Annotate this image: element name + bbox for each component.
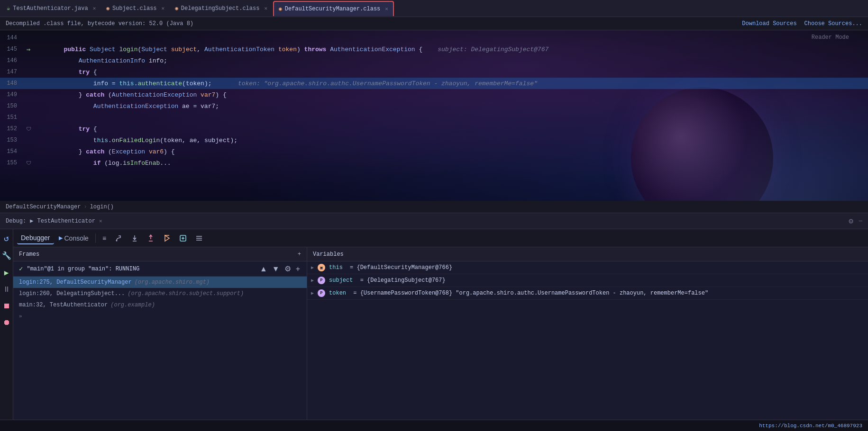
debugger-tab-label: Debugger: [21, 234, 50, 242]
variables-panel-header: Variables: [307, 247, 868, 261]
breadcrumb-bar: DefaultSecurityManager › login(): [0, 201, 868, 213]
line-num-144: 144: [0, 35, 23, 41]
more-frames-indicator: »: [13, 311, 307, 322]
var-badge-subject: P: [318, 277, 325, 284]
frame-method-1: login:260, DelegatingSubject...: [19, 290, 125, 297]
current-line-arrow: ⇒: [27, 45, 30, 54]
debug-label: Debug:: [6, 218, 26, 224]
tab-close-btn[interactable]: ✕: [93, 5, 96, 11]
frame-row-2[interactable]: main:32, TestAuthenticator (org.example): [13, 299, 307, 311]
step-into-icon: [131, 234, 138, 242]
var-name-token: token: [329, 290, 346, 296]
frame-method-0: login:275, DefaultSecurityManager: [19, 279, 132, 286]
breadcrumb-method[interactable]: login(): [90, 204, 114, 210]
tab-subject[interactable]: ◉ Subject.class ✕: [101, 1, 169, 16]
thread-row: ✓ "main"@1 in group "main": RUNNING ▲ ▼ …: [13, 261, 307, 277]
wrench-icon[interactable]: 🔧: [2, 251, 11, 260]
console-tab-label: Console: [64, 234, 89, 242]
frames-controls: +: [298, 251, 301, 258]
choose-sources-btn[interactable]: Choose Sources...: [804, 20, 862, 27]
show-frames-btn[interactable]: ≡: [99, 233, 110, 244]
frame-pkg-0: (org.apache.shiro.mgt): [135, 279, 210, 286]
shield-icon-155: 🛡: [26, 160, 31, 166]
variables-title: Variables: [313, 251, 344, 258]
line-num-151: 151: [0, 114, 23, 121]
record-icon[interactable]: ⏺: [3, 318, 10, 327]
tab-close-active-btn[interactable]: ✕: [385, 6, 388, 12]
svg-point-0: [116, 240, 118, 241]
thread-down-btn[interactable]: ▼: [271, 264, 281, 274]
info-bar-actions: Download Sources Choose Sources...: [742, 20, 862, 27]
var-row-subject: ▶ P subject = {DelegatingSubject@767}: [307, 274, 868, 287]
status-bar: https://blog.csdn.net/m0_46897923: [0, 420, 868, 431]
debug-panel-header: Debug: ▶ TestAuthenticator ✕ ⚙ ─: [0, 213, 868, 229]
breadcrumb-separator: ›: [83, 204, 87, 210]
frame-pkg-1: (org.apache.shiro.subject.support): [128, 290, 244, 297]
evaluate-btn[interactable]: [175, 233, 191, 244]
var-expand-token[interactable]: ▶: [311, 290, 314, 296]
tab-label-active: DefaultSecurityManager.class: [285, 6, 381, 12]
console-tab-btn[interactable]: ▶ Console: [55, 233, 92, 244]
refresh-icon[interactable]: ↺: [4, 233, 9, 243]
thread-check-icon: ✓: [19, 265, 23, 273]
toolbar-divider: [95, 233, 96, 243]
left-icon-panel: ↺ 🔧 ▶ ⏸ ⏹ ⏺: [0, 229, 13, 420]
class-file-icon: ◉: [106, 5, 110, 11]
line-num-147: 147: [0, 69, 23, 75]
thread-filter-toggle-btn[interactable]: ⚙: [283, 263, 292, 274]
step-out-icon: [147, 234, 155, 242]
frames-panel: Frames + ✓ "main"@1 in group "main": RUN…: [13, 247, 307, 420]
var-expand-subject[interactable]: ▶: [311, 278, 314, 283]
tab-test-auth[interactable]: ☕ TestAuthenticator.java ✕: [2, 1, 101, 16]
breadcrumb-class[interactable]: DefaultSecurityManager: [6, 204, 81, 210]
trace-btn[interactable]: [192, 233, 207, 244]
console-icon: ▶: [59, 235, 63, 241]
decompile-info-text: Decompiled .class file, bytecode version…: [6, 20, 193, 27]
var-name-this: this: [329, 264, 343, 271]
code-line-155: 155 🛡 if (log.isInfoEnab...: [0, 157, 868, 169]
status-url: https://blog.csdn.net/m0_46897923: [759, 423, 862, 429]
editor-area: Reader Mode 144 145 ⇒ public Subject log…: [0, 30, 868, 201]
java-file-icon: ☕: [7, 5, 10, 12]
gutter-145: ⇒: [23, 45, 34, 54]
frame-method-2: main:32, TestAuthenticator: [19, 302, 108, 308]
var-expand-this[interactable]: ▶: [311, 265, 314, 270]
frame-row-1[interactable]: login:260, DelegatingSubject... (org.apa…: [13, 288, 307, 299]
step-out-btn[interactable]: [143, 233, 158, 244]
play-icon[interactable]: ▶: [4, 268, 9, 278]
thread-filter-btn[interactable]: +: [298, 251, 301, 258]
debug-session-close-btn[interactable]: ✕: [99, 218, 102, 224]
debugger-tab-btn[interactable]: Debugger: [17, 232, 54, 244]
var-name-subject: subject: [329, 277, 353, 284]
tab-close-btn[interactable]: ✕: [264, 5, 267, 11]
tab-delegating-subject[interactable]: ◉ DelegatingSubject.class ✕: [170, 1, 272, 16]
gutter-155: 🛡: [23, 160, 34, 166]
debug-settings-btn[interactable]: ⚙: [849, 216, 853, 226]
line-num-145: 145: [0, 46, 23, 53]
line-num-150: 150: [0, 103, 23, 109]
frame-row-0[interactable]: login:275, DefaultSecurityManager (org.a…: [13, 277, 307, 288]
run-to-cursor-btn[interactable]: [159, 233, 174, 244]
code-content: 144 145 ⇒ public Subject login(Subject s…: [0, 30, 868, 171]
line-num-146: 146: [0, 57, 23, 64]
variables-panel: Variables ▶ ▣ this = {DefaultSecurityMan…: [307, 247, 868, 420]
line-num-155: 155: [0, 160, 23, 166]
step-into-btn[interactable]: [127, 233, 142, 244]
thread-add-btn[interactable]: +: [295, 264, 301, 274]
debug-content: Debugger ▶ Console ≡: [13, 229, 868, 420]
step-over-icon: [115, 234, 122, 242]
pause-icon[interactable]: ⏸: [3, 285, 10, 294]
tab-label: DelegatingSubject.class: [181, 5, 260, 12]
debug-minimize-btn[interactable]: ─: [859, 218, 862, 224]
debug-session-icon: ▶: [30, 217, 33, 224]
line-num-152: 152: [0, 126, 23, 132]
download-sources-btn[interactable]: Download Sources: [742, 20, 796, 27]
step-over-btn[interactable]: [111, 233, 126, 244]
thread-up-btn[interactable]: ▲: [259, 264, 268, 274]
stop-icon[interactable]: ⏹: [3, 302, 10, 311]
tab-close-btn[interactable]: ✕: [162, 5, 165, 11]
frame-pkg-2: (org.example): [110, 302, 155, 308]
tab-default-security-manager[interactable]: ◉ DefaultSecurityManager.class ✕: [273, 1, 394, 16]
line-num-148: 148: [0, 80, 23, 87]
code-text-155: if (log.isInfoEnab...: [34, 153, 864, 174]
